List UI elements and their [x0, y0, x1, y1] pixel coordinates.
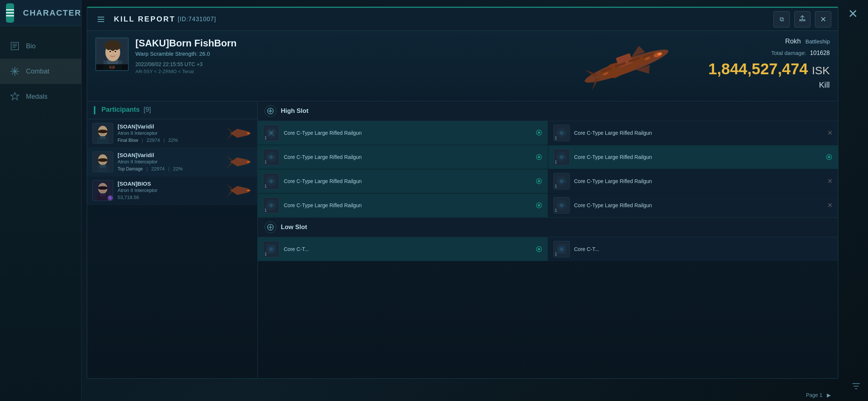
participant-item: [SOAN]Varidil Atron II Interceptor Top D…: [87, 148, 257, 176]
filter-button[interactable]: [851, 381, 861, 394]
fitted-indicator: [536, 129, 542, 137]
kill-info-section: Kill [SAKU]Born FishBorn Warp Scramble S…: [87, 31, 838, 101]
export-button[interactable]: [794, 11, 811, 27]
slot-item-3-icon: 1: [263, 149, 279, 165]
panel-menu-button[interactable]: [94, 12, 108, 26]
copy-button[interactable]: ⧉: [773, 11, 790, 27]
pagination: Page 1 ▶: [806, 392, 831, 398]
participant-3-avatar: i: [92, 180, 113, 201]
slot-item-8-name: Core C-Type Large Rifled Railgun: [574, 202, 823, 209]
app-close-button[interactable]: ✕: [842, 3, 864, 25]
ship-class: Battleship: [805, 38, 830, 45]
slot-item-2-icon: 1: [553, 125, 570, 141]
svg-marker-66: [226, 184, 232, 189]
participant-3-info: [SOAN]BIOS Atron II Interceptor 53,718.5…: [118, 180, 222, 200]
slot-item-5-name: Core C-Type Large Rifled Railgun: [284, 178, 531, 185]
high-slot-header: High Slot: [258, 101, 838, 121]
app-close-icon: ✕: [848, 7, 858, 21]
sidebar: CHARACTER Bio: [0, 0, 82, 401]
slot-item-count: 1: [555, 208, 557, 212]
slot-item-count: 1: [555, 136, 557, 140]
participant-2-damage: 22974: [151, 166, 165, 172]
kill-type-value: Kill: [819, 80, 830, 89]
sidebar-item-medals[interactable]: Medals: [0, 84, 81, 109]
hamburger-icon: [6, 9, 14, 16]
sidebar-item-combat[interactable]: Combat: [0, 59, 81, 84]
svg-point-52: [100, 159, 101, 160]
main-content: ✕ KILL REPORT [ID:7431007] ⧉: [82, 0, 868, 401]
slot-item-4-fitted: [825, 153, 833, 161]
participant-2-ship-img: [226, 154, 252, 170]
participants-title: Participants: [101, 106, 139, 113]
participant-3-ship: Atron II Interceptor: [118, 188, 222, 193]
svg-point-53: [104, 159, 106, 160]
isk-value: 1,844,527,474: [708, 60, 808, 78]
participant-2-avatar: [92, 151, 113, 172]
ship-type: Rokh: [785, 38, 801, 45]
slot-item-3-fitted: [535, 153, 543, 161]
participant-2-tag: Top Damage: [118, 166, 143, 172]
slot-item-7-name: Core C-Type Large Rifled Railgun: [284, 202, 531, 209]
sidebar-navigation: Bio Combat Medals: [0, 26, 81, 117]
participant-2-name: [SOAN]Varidil: [118, 152, 222, 158]
slot-item: 1 Core C-Type Large Rifled Railgun: [258, 169, 548, 193]
kill-badge: Kill: [96, 64, 128, 70]
low-slot-items-grid: 1 Core C-T...: [258, 237, 838, 261]
participant-1-info: [SOAN]Varidil Atron II Interceptor Final…: [118, 123, 222, 143]
low-slot-item-2-name: Core C-T...: [574, 246, 833, 252]
svg-marker-67: [226, 192, 232, 197]
svg-point-101: [538, 180, 540, 182]
panel-title: KILL REPORT: [114, 15, 175, 23]
medals-nav-icon: [9, 91, 21, 102]
victim-avatar: Kill: [95, 38, 129, 71]
svg-rect-50: [100, 164, 105, 167]
equipment-panel: High Slot: [258, 101, 838, 378]
panel-actions: ⧉ ✕: [773, 11, 831, 27]
slot-item-4-icon: 1: [553, 149, 570, 165]
slot-item-count: 1: [264, 252, 267, 256]
svg-point-42: [104, 130, 106, 132]
svg-point-64: [104, 188, 106, 189]
total-damage-value: 101628: [810, 50, 830, 56]
sidebar-header: CHARACTER: [0, 0, 81, 26]
slot-item-2-destroy: ✕: [827, 129, 833, 137]
panel-id: [ID:7431007]: [178, 16, 216, 23]
ship-silhouette-svg: [556, 35, 697, 98]
slot-item-count: 1: [555, 184, 557, 188]
svg-point-95: [828, 156, 830, 158]
bottom-section: Participants [9]: [87, 101, 838, 378]
bio-nav-icon: [9, 40, 21, 52]
svg-rect-62: [98, 186, 108, 190]
slot-item-5-icon: 1: [263, 173, 279, 189]
high-slot-title: High Slot: [281, 107, 309, 115]
slot-item-count: 1: [264, 208, 267, 212]
panel-close-button[interactable]: ✕: [815, 11, 831, 27]
slot-item-1-icon: 1: [263, 125, 279, 141]
participant-3-badge: i: [108, 195, 113, 200]
participants-count: [9]: [144, 106, 151, 113]
low-slot-header: Low Slot: [258, 217, 838, 237]
low-slot-icon: [264, 221, 276, 233]
slot-item: 1 Core C-Type Large Rifled Railgun: [548, 145, 838, 169]
low-slot-item-1-name: Core C-T...: [284, 246, 531, 252]
menu-button[interactable]: [6, 3, 14, 23]
slot-item: 1 Core C-T...: [258, 237, 548, 261]
next-page-button[interactable]: ▶: [827, 392, 831, 398]
svg-point-16: [105, 40, 121, 51]
slot-item-6-name: Core C-Type Large Rifled Railgun: [574, 178, 823, 185]
slot-item-8-destroy: ✕: [827, 201, 833, 209]
svg-rect-40: [98, 130, 108, 133]
sidebar-item-bio[interactable]: Bio: [0, 33, 81, 59]
svg-point-19: [109, 51, 111, 53]
svg-point-128: [560, 247, 563, 251]
participant-2-info: [SOAN]Varidil Atron II Interceptor Top D…: [118, 152, 222, 172]
panel-close-icon: ✕: [820, 15, 826, 24]
combat-label: Combat: [26, 68, 49, 75]
svg-rect-51: [98, 158, 108, 162]
low-slot-item-2-icon: 1: [553, 241, 570, 257]
svg-point-57: [247, 161, 250, 163]
isk-row: 1,844,527,474 ISK: [708, 60, 830, 78]
participant-3-ship-img: [226, 182, 252, 199]
equipment-scroll: High Slot: [258, 101, 838, 378]
participant-2-stats: Top Damage | 22974 | 22%: [118, 166, 222, 172]
